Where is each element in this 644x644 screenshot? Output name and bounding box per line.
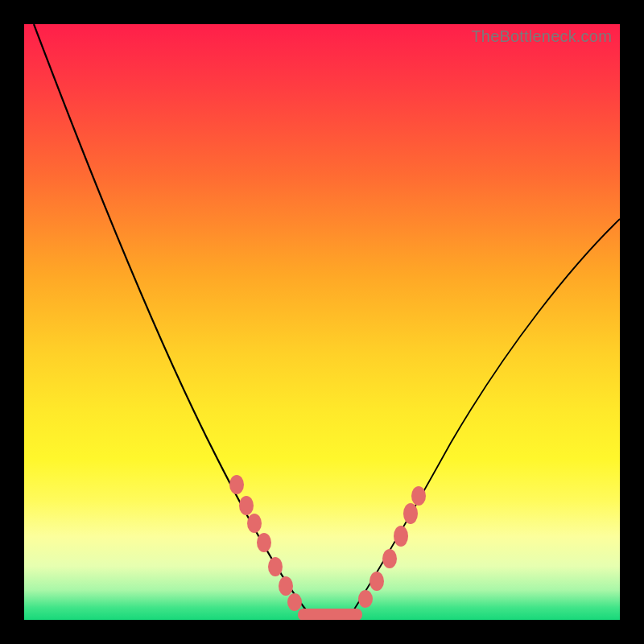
plot-area: TheBottleneck.com xyxy=(24,24,620,620)
bead-left-6 xyxy=(279,576,293,596)
chart-frame: TheBottleneck.com xyxy=(0,0,644,644)
bead-right-6 xyxy=(411,486,426,506)
bead-left-5 xyxy=(268,557,283,576)
bead-right-4 xyxy=(394,526,408,547)
bead-right-1 xyxy=(358,590,373,608)
bead-right-2 xyxy=(369,572,384,591)
curve-left xyxy=(34,24,308,612)
bead-right-5 xyxy=(403,503,418,524)
bead-left-4 xyxy=(257,533,271,552)
bottom-bead-bar xyxy=(298,609,362,620)
bead-left-2 xyxy=(239,496,254,515)
bead-left-7 xyxy=(287,593,302,611)
bead-right-3 xyxy=(382,549,397,568)
chart-svg xyxy=(24,24,620,620)
bead-left-3 xyxy=(247,514,262,533)
bead-left-1 xyxy=(229,475,244,494)
